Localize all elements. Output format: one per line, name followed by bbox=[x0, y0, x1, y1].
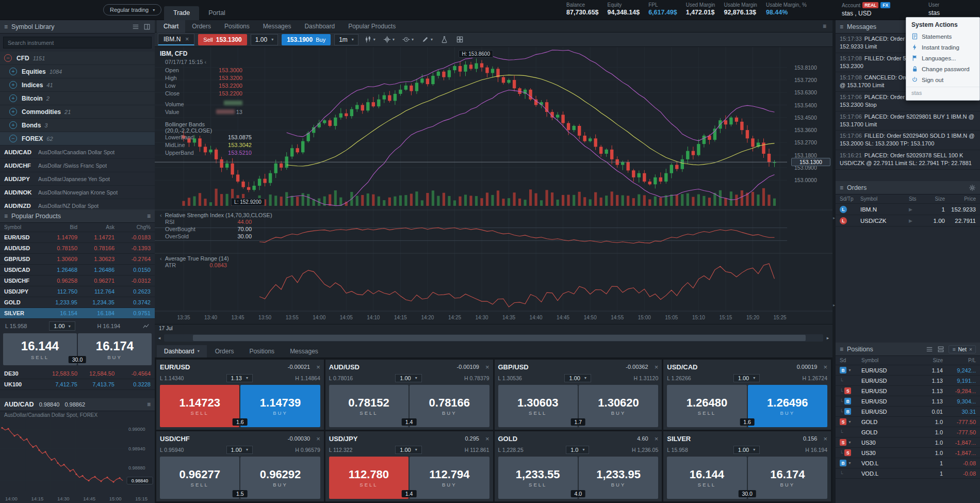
crosshair-button[interactable]: ▾ bbox=[381, 34, 397, 45]
product-row-eur-usd[interactable]: EUR/USD1.147091.14721-0.0183 bbox=[0, 232, 155, 243]
tile-sell-button[interactable]: 1.26480SELL bbox=[667, 385, 746, 427]
position-row-us30[interactable]: S▼US301.0-1,847... bbox=[836, 437, 980, 448]
scrollbar-thumb[interactable] bbox=[193, 335, 806, 341]
panel-menu-icon[interactable]: ≡ bbox=[840, 184, 843, 191]
product-row-aud-usd[interactable]: AUD/USD0.781500.78166-0.1393 bbox=[0, 243, 155, 254]
menu-item-statements[interactable]: Statements bbox=[906, 31, 979, 42]
position-row-eur-usd[interactable]: └SEUR/USD1.13-9,284... bbox=[836, 386, 980, 396]
tile-buy-button[interactable]: 16.174BUY bbox=[748, 457, 827, 499]
symbol-item-aud-cad[interactable]: AUD/CADAusDollar/Canadian Dollar Spot bbox=[0, 145, 155, 159]
expand-icon[interactable]: + bbox=[9, 68, 17, 75]
tab-orders[interactable]: Orders bbox=[208, 345, 241, 358]
message-item[interactable]: 15:16:21PLACED: Order 52029378 SELL 100 … bbox=[836, 150, 980, 170]
menu-item-sign-out[interactable]: Sign out bbox=[906, 74, 979, 85]
position-row-eur-usd[interactable]: B▼EUR/USD1.149,242... bbox=[836, 365, 980, 376]
menu-item-instant-trading[interactable]: Instant trading bbox=[906, 42, 979, 53]
tile-buy-button[interactable]: 0.78166BUY bbox=[410, 385, 489, 427]
tile-buy-button[interactable]: 1.26496BUY bbox=[748, 385, 827, 427]
tile-buy-button[interactable]: 1,233.95BUY bbox=[579, 457, 658, 499]
symbol-group-bitcoin[interactable]: +Bitcoin2 bbox=[0, 92, 155, 105]
scroll-left-button[interactable]: ◂ bbox=[156, 334, 163, 342]
message-item[interactable]: 15:17:06PLACED: Order 52029801 BUY 1 IBM… bbox=[836, 111, 980, 131]
position-row-eur-usd[interactable]: └BEUR/USD0.0130.31 bbox=[836, 407, 980, 417]
tile-sell-button[interactable]: 0.96277SELL bbox=[160, 457, 239, 499]
tile-size-select[interactable]: 1.0▾ bbox=[566, 446, 589, 454]
panel-menu-icon[interactable]: ≡ bbox=[840, 23, 843, 30]
position-row-eur-usd[interactable]: └EUR/USD1.139,191... bbox=[836, 376, 980, 386]
order-row-ibm-n[interactable]: LIBM.N▶1152.9233 bbox=[836, 204, 980, 215]
user-info[interactable]: User stas bbox=[928, 2, 940, 17]
panel-options-icon[interactable]: ≡ bbox=[147, 213, 151, 220]
panel-menu-icon[interactable]: ≡ bbox=[823, 23, 826, 30]
product-row-uk100[interactable]: UK1007,412.757,413.750.3228 bbox=[0, 379, 155, 390]
tile-size-select[interactable]: 1.13▾ bbox=[226, 374, 253, 382]
symbol-group-equities[interactable]: +Equities1084 bbox=[0, 65, 155, 78]
chevron-down-icon[interactable]: ▼ bbox=[848, 420, 852, 424]
mini-line-chart[interactable]: 0.990000.989400.988800.988400.98840 bbox=[0, 419, 155, 494]
tab-trade[interactable]: Trade bbox=[164, 6, 199, 20]
tab-dashboard[interactable]: Dashboard▾ bbox=[157, 345, 207, 358]
tab-messages[interactable]: Messages bbox=[256, 20, 298, 33]
search-input[interactable] bbox=[3, 37, 152, 48]
close-icon[interactable]: × bbox=[485, 435, 489, 443]
position-row-gold[interactable]: S▼GOLD1.0-777.50 bbox=[836, 417, 980, 427]
panel-menu-icon[interactable]: ≡ bbox=[4, 23, 8, 30]
symbol-item-aud-jpy[interactable]: AUD/JPYAusDollar/Japanese Yen Spot bbox=[0, 172, 155, 186]
product-row-usd-chf[interactable]: USD/CHF0.962580.96271-0.0312 bbox=[0, 275, 155, 286]
scroll-right-button[interactable]: ▸ bbox=[824, 334, 831, 342]
product-row-usd-jpy[interactable]: USD/JPY112.750112.7640.2623 bbox=[0, 286, 155, 297]
order-size-select[interactable]: 1.00 ▾ bbox=[49, 321, 75, 331]
tile-buy-button[interactable]: 0.96292BUY bbox=[240, 457, 320, 499]
product-row-gold[interactable]: GOLD1,233.951,234.350.3742 bbox=[0, 297, 155, 308]
tab-positions[interactable]: Positions bbox=[242, 345, 282, 358]
tile-sell-button[interactable]: 0.78152SELL bbox=[329, 385, 409, 427]
strategy-tester-button[interactable] bbox=[438, 34, 450, 45]
tab-chart[interactable]: Chart bbox=[157, 20, 185, 33]
menu-item-change-password[interactable]: Change password bbox=[906, 63, 979, 74]
position-row-us30[interactable]: └SUS301.0-1,847... bbox=[836, 448, 980, 458]
close-icon[interactable]: × bbox=[823, 435, 827, 443]
expand-icon[interactable]: + bbox=[9, 108, 17, 116]
scrollbar-track[interactable] bbox=[164, 334, 823, 342]
tile-size-select[interactable]: 1.00▾ bbox=[395, 374, 421, 382]
product-row-usd-cad[interactable]: USD/CAD1.264681.264860.0150 bbox=[0, 265, 155, 275]
expand-icon[interactable]: + bbox=[9, 94, 17, 102]
symbol-item-aud-chf[interactable]: AUD/CHFAusDollar /Swiss Franc Spot bbox=[0, 159, 155, 172]
collapse-icon[interactable]: − bbox=[9, 135, 17, 142]
trading-mode-select[interactable]: Regular trading ▾ bbox=[103, 4, 161, 15]
sell-button[interactable]: Sell 153.1300 bbox=[198, 34, 247, 45]
tile-buy-button[interactable]: 1.14739BUY bbox=[240, 385, 320, 427]
position-row-gold[interactable]: └GOLD1.0-777.50 bbox=[836, 427, 980, 437]
symbol-item-aud-nok[interactable]: AUD/NOKAusDollar/Norwegian Krone Spot bbox=[0, 186, 155, 199]
draw-tools-button[interactable]: ▾ bbox=[419, 34, 435, 45]
tile-size-select[interactable]: 1.00▾ bbox=[226, 446, 253, 454]
group-view-icon[interactable] bbox=[937, 346, 944, 353]
close-icon[interactable]: × bbox=[655, 435, 659, 443]
tile-sell-button[interactable]: 1,233.55SELL bbox=[498, 457, 578, 499]
tile-sell-button[interactable]: 1.30603SELL bbox=[498, 385, 578, 427]
panel-menu-icon[interactable]: ≡ bbox=[840, 346, 843, 353]
chevron-down-icon[interactable]: ▼ bbox=[848, 368, 852, 372]
tab-positions[interactable]: Positions bbox=[218, 20, 256, 33]
tile-size-select[interactable]: 1.00▾ bbox=[733, 446, 760, 454]
chart-toggle-icon[interactable] bbox=[142, 322, 150, 330]
collapse-icon[interactable]: − bbox=[4, 54, 12, 62]
quantity-select[interactable]: 1.00▾ bbox=[251, 34, 278, 45]
tile-buy-button[interactable]: 1.30620BUY bbox=[579, 385, 658, 427]
position-row-eur-usd[interactable]: └BEUR/USD1.139,304... bbox=[836, 396, 980, 407]
expand-icon[interactable]: + bbox=[9, 121, 17, 129]
position-row-vod-l[interactable]: B▼VOD.L1-0.08 bbox=[836, 458, 980, 468]
menu-item-languages[interactable]: Languages... bbox=[906, 53, 979, 63]
timeframe-select[interactable]: 1m▾ bbox=[334, 34, 358, 45]
symbol-tab[interactable]: IBM.N × bbox=[158, 34, 194, 45]
sell-button[interactable]: 16.144 SELL bbox=[3, 333, 77, 365]
product-row-silver[interactable]: SILVER16.15416.1840.9751 bbox=[0, 308, 155, 319]
tab-messages[interactable]: Messages bbox=[283, 345, 325, 358]
tab-popular-products[interactable]: Popular Products bbox=[341, 20, 402, 33]
tile-size-select[interactable]: 1.00▾ bbox=[395, 446, 421, 454]
symbol-item-aud-nzd[interactable]: AUD/NZDAusDollar/NZ Dollar Spot bbox=[0, 199, 155, 209]
tile-size-select[interactable]: 1.00▾ bbox=[733, 374, 760, 382]
close-icon[interactable]: × bbox=[316, 435, 320, 443]
list-view-icon[interactable] bbox=[132, 23, 139, 30]
tab-dashboard[interactable]: Dashboard bbox=[298, 20, 341, 33]
